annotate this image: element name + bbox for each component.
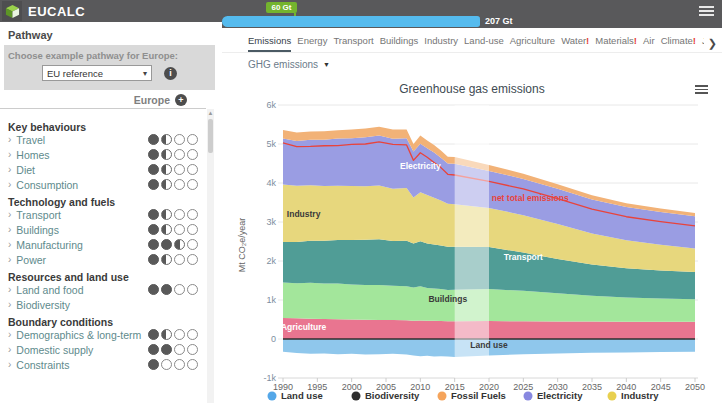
tab-emissions[interactable]: Emissions (248, 35, 291, 53)
ambition-level-dots[interactable] (148, 209, 198, 220)
level-dot-4[interactable] (187, 284, 198, 295)
level-dot-1[interactable] (148, 164, 159, 175)
level-dot-2[interactable] (161, 179, 172, 190)
level-dot-1[interactable] (148, 254, 159, 265)
ambition-level-dots[interactable] (148, 254, 198, 265)
level-dot-2[interactable] (161, 149, 172, 160)
lever-homes[interactable]: ›Homes (0, 147, 206, 162)
level-dot-2[interactable] (161, 359, 172, 370)
tab-energy[interactable]: Energy (297, 35, 327, 53)
region-settings-icon[interactable]: + (175, 94, 187, 106)
ambition-level-dots[interactable] (148, 164, 198, 175)
level-dot-3[interactable] (174, 134, 185, 145)
hamburger-menu-icon[interactable] (699, 6, 714, 18)
level-dot-2[interactable] (161, 284, 172, 295)
lever-land-and-food[interactable]: ›Land and food (0, 282, 206, 297)
legend-item-biodiversity[interactable]: Biodiversity (352, 390, 421, 401)
info-icon[interactable]: i (164, 67, 177, 80)
level-dot-4[interactable] (187, 134, 198, 145)
lever-consumption[interactable]: ›Consumption (0, 177, 206, 192)
chevron-right-icon: › (8, 209, 11, 220)
level-dot-4[interactable] (187, 329, 198, 340)
ambition-level-dots[interactable] (148, 149, 198, 160)
level-dot-1[interactable] (148, 344, 159, 355)
level-dot-3[interactable] (174, 284, 185, 295)
level-dot-1[interactable] (148, 239, 159, 250)
tab-agriculture[interactable]: Agriculture (510, 35, 555, 53)
tab-climate[interactable]: Climate! (661, 35, 696, 53)
level-dot-1[interactable] (148, 149, 159, 160)
level-dot-2[interactable] (161, 164, 172, 175)
ambition-level-dots[interactable] (148, 134, 198, 145)
level-dot-4[interactable] (187, 164, 198, 175)
sidebar-scrollbar[interactable]: ▲ (207, 109, 214, 403)
level-dot-1[interactable] (148, 134, 159, 145)
tab-materials[interactable]: Materials! (595, 35, 637, 53)
tab-land-use[interactable]: Land-use (464, 35, 504, 53)
level-dot-1[interactable] (148, 179, 159, 190)
level-dot-4[interactable] (187, 239, 198, 250)
level-dot-1[interactable] (148, 209, 159, 220)
level-dot-2[interactable] (161, 239, 172, 250)
level-dot-3[interactable] (174, 209, 185, 220)
level-dot-1[interactable] (148, 284, 159, 295)
level-dot-3[interactable] (174, 164, 185, 175)
level-dot-1[interactable] (148, 329, 159, 340)
level-dot-3[interactable] (174, 329, 185, 340)
scroll-up-icon[interactable]: ▲ (207, 109, 214, 117)
level-dot-4[interactable] (187, 344, 198, 355)
chevron-right-icon: › (8, 359, 11, 370)
lever-manufacturing[interactable]: ›Manufacturing (0, 237, 206, 252)
level-dot-4[interactable] (187, 209, 198, 220)
lever-domestic-supply[interactable]: ›Domestic supply (0, 342, 206, 357)
level-dot-1[interactable] (148, 224, 159, 235)
tab-air[interactable]: Air (643, 35, 655, 53)
level-dot-2[interactable] (161, 344, 172, 355)
level-dot-2[interactable] (161, 224, 172, 235)
ambition-level-dots[interactable] (148, 179, 198, 190)
ambition-level-dots[interactable] (148, 344, 198, 355)
chart-context-menu-icon[interactable] (695, 85, 708, 96)
lever-demographics-long-term[interactable]: ›Demographics & long-term (0, 327, 206, 342)
level-dot-2[interactable] (161, 329, 172, 340)
ambition-level-dots[interactable] (148, 239, 198, 250)
scrollbar-thumb[interactable] (208, 119, 213, 153)
tab-water[interactable]: Water! (561, 35, 589, 53)
pathway-select[interactable]: EU reference ▾ (42, 65, 152, 81)
level-dot-1[interactable] (148, 359, 159, 370)
lever-buildings[interactable]: ›Buildings (0, 222, 206, 237)
ambition-level-dots[interactable] (148, 359, 198, 370)
ambition-level-dots[interactable] (148, 329, 198, 340)
lever-power[interactable]: ›Power (0, 252, 206, 267)
pathway-chooser-label: Choose example pathway for Europe: (4, 45, 215, 61)
lever-biodiversity[interactable]: ›Biodiversity (0, 297, 206, 312)
chevron-right-icon: › (8, 149, 11, 160)
level-dot-3[interactable] (174, 224, 185, 235)
level-dot-3[interactable] (174, 344, 185, 355)
ambition-level-dots[interactable] (148, 284, 198, 295)
level-dot-4[interactable] (187, 179, 198, 190)
ghg-view-select[interactable]: GHG emissions ▼ (248, 59, 330, 70)
level-dot-2[interactable] (161, 209, 172, 220)
level-dot-3[interactable] (174, 254, 185, 265)
ambition-level-dots[interactable] (148, 224, 198, 235)
tab-buildings[interactable]: Buildings (380, 35, 419, 53)
level-dot-4[interactable] (187, 149, 198, 160)
level-dot-3[interactable] (174, 179, 185, 190)
tab-industry[interactable]: Industry (424, 35, 458, 53)
level-dot-4[interactable] (187, 359, 198, 370)
level-dot-3[interactable] (174, 239, 185, 250)
tabs-scroll-right-icon[interactable]: ❯ (704, 37, 717, 50)
lever-constraints[interactable]: ›Constraints (0, 357, 206, 372)
level-dot-2[interactable] (161, 134, 172, 145)
lever-transport[interactable]: ›Transport (0, 207, 206, 222)
level-dot-3[interactable] (174, 359, 185, 370)
legend-item-industry[interactable]: Industry (608, 390, 660, 401)
level-dot-2[interactable] (161, 254, 172, 265)
lever-diet[interactable]: ›Diet (0, 162, 206, 177)
tab-transport[interactable]: Transport (333, 35, 373, 53)
level-dot-4[interactable] (187, 254, 198, 265)
level-dot-3[interactable] (174, 149, 185, 160)
level-dot-4[interactable] (187, 224, 198, 235)
lever-travel[interactable]: ›Travel (0, 132, 206, 147)
